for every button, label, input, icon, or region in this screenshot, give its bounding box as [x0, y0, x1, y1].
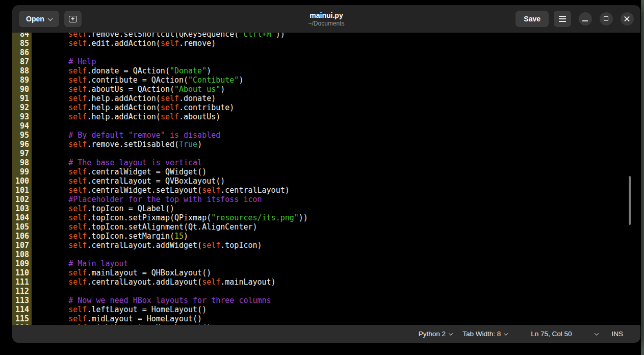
open-button-label: Open: [26, 15, 44, 23]
close-button[interactable]: [621, 12, 634, 26]
code-line: 90 self.aboutUs = QAction("About us"): [12, 85, 640, 94]
language-selector[interactable]: Python 2: [419, 330, 452, 338]
code-line: 92 self.help.addAction(self.contribute): [12, 103, 640, 112]
code-editor[interactable]: 84 self.remove.setShortcut(QKeySequence(…: [12, 33, 640, 325]
line-number: 84: [12, 33, 29, 39]
chevron-down-icon: [47, 16, 53, 21]
code-line: 102 #Placeholder for the top with itsfos…: [12, 195, 640, 204]
menu-icon: [559, 16, 566, 21]
page-title: mainui.py: [308, 11, 344, 20]
line-number: 99: [12, 167, 29, 176]
code-line: 100 self.centralLayout = QVBoxLayout(): [12, 176, 640, 186]
line-number: 103: [12, 204, 29, 213]
code-line: 93 self.help.addAction(self.aboutUs): [12, 112, 640, 121]
line-number: 91: [12, 94, 29, 103]
code-line: 96 self.remove.setDisabled(True): [12, 140, 640, 149]
vertical-scrollbar[interactable]: [629, 176, 631, 225]
cursor-position: Ln 75, Col 50: [531, 330, 572, 338]
chevron-down-icon: [595, 331, 599, 335]
line-number: 88: [12, 66, 29, 75]
code-line: 94: [12, 121, 640, 131]
menu-button[interactable]: [554, 11, 571, 27]
line-number: 108: [12, 250, 29, 259]
line-number: 113: [12, 296, 29, 305]
header-actions: Save: [516, 11, 634, 27]
code-line: 107 self.centralLayout.addWidget(self.to…: [12, 241, 640, 250]
line-number: 85: [12, 39, 29, 48]
save-button[interactable]: Save: [516, 11, 549, 27]
code-line: 108: [12, 250, 640, 259]
open-button[interactable]: Open: [19, 11, 59, 27]
code-line: 99 self.centralWidget = QWidget(): [12, 167, 640, 176]
desktop-edge: [641, 0, 644, 355]
line-number: 114: [12, 305, 29, 314]
line-number: 97: [12, 149, 29, 158]
code-line: 98 # The base layout is vertical: [12, 158, 640, 167]
code-line: 104 self.topIcon.setPixmap(QPixmap("reso…: [12, 213, 640, 222]
code-line: 88 self.donate = QAction("Donate"): [12, 66, 640, 75]
line-number: 96: [12, 140, 29, 149]
code-line: 105 self.topIcon.setAlignment(Qt.AlignCe…: [12, 222, 640, 232]
line-number: 92: [12, 103, 29, 112]
code-line: 89 self.contribute = QAction("Contibute"…: [12, 75, 640, 85]
page-subtitle: ~/Documents: [308, 20, 344, 27]
chevron-down-icon: [449, 331, 453, 335]
code-line: 111 self.centralLayout.addLayout(self.ma…: [12, 277, 640, 287]
line-number: 109: [12, 259, 29, 268]
code-line: 112: [12, 287, 640, 296]
new-tab-button[interactable]: [64, 11, 82, 27]
line-number: 107: [12, 241, 29, 250]
code-line: 106 self.topIcon.setMargin(15): [12, 232, 640, 241]
save-button-label: Save: [524, 15, 540, 23]
minimize-button[interactable]: [579, 12, 592, 26]
tab-new-icon: [69, 16, 77, 22]
code-line: 95 # By default "remove" is disabled: [12, 131, 640, 140]
line-number: 86: [12, 48, 29, 57]
code-line: 101 self.centralWidget.setLayout(self.ce…: [12, 186, 640, 195]
line-number: 98: [12, 158, 29, 167]
code-line: 85 self.edit.addAction(self.remove): [12, 39, 640, 48]
code-line: 113 # Now we need HBox layouts for three…: [12, 296, 640, 305]
text-editor-window: Open mainui.py ~/Documents Save: [12, 5, 640, 343]
code-line: 110 self.mainLayout = QHBoxLayout(): [12, 268, 640, 277]
code-line: 103 self.topIcon = QLabel(): [12, 204, 640, 213]
headerbar: Open mainui.py ~/Documents Save: [12, 5, 640, 33]
insert-mode-indicator: INS: [611, 330, 623, 338]
code-line: 84 self.remove.setShortcut(QKeySequence(…: [12, 33, 640, 39]
code-line: 114 self.leftLayout = HomeLayout(): [12, 305, 640, 314]
line-number: 90: [12, 85, 29, 94]
line-number: 104: [12, 213, 29, 222]
line-number: 105: [12, 222, 29, 232]
code-line: 115 self.midLayout = HomeLayout(): [12, 314, 640, 323]
line-number: 102: [12, 195, 29, 204]
line-number: 110: [12, 268, 29, 277]
line-number: 111: [12, 277, 29, 287]
position-menu-button[interactable]: [595, 333, 598, 336]
line-number: 101: [12, 186, 29, 195]
line-number: 100: [12, 176, 29, 186]
tab-width-selector[interactable]: Tab Width: 8: [462, 330, 507, 338]
maximize-button[interactable]: [600, 12, 613, 26]
chevron-down-icon: [504, 331, 508, 335]
code-line: 87 # Help: [12, 57, 640, 66]
line-number: 112: [12, 287, 29, 296]
line-number: 95: [12, 131, 29, 140]
title-box: mainui.py ~/Documents: [308, 11, 344, 27]
minimize-icon: [582, 20, 588, 21]
code-line: 97: [12, 149, 640, 158]
line-number: 87: [12, 57, 29, 66]
line-number: 89: [12, 75, 29, 85]
line-number: 94: [12, 121, 29, 131]
line-number: 106: [12, 232, 29, 241]
line-number: 115: [12, 314, 29, 323]
line-number: 93: [12, 112, 29, 121]
code-line: 109 # Main layout: [12, 259, 640, 268]
statusbar: Python 2 Tab Width: 8 Ln 75, Col 50 INS: [12, 325, 640, 343]
code-line: 91 self.help.addAction(self.donate): [12, 94, 640, 103]
maximize-icon: [604, 16, 608, 21]
code-line: 86: [12, 48, 640, 57]
code-lines: 84 self.remove.setShortcut(QKeySequence(…: [12, 33, 640, 325]
